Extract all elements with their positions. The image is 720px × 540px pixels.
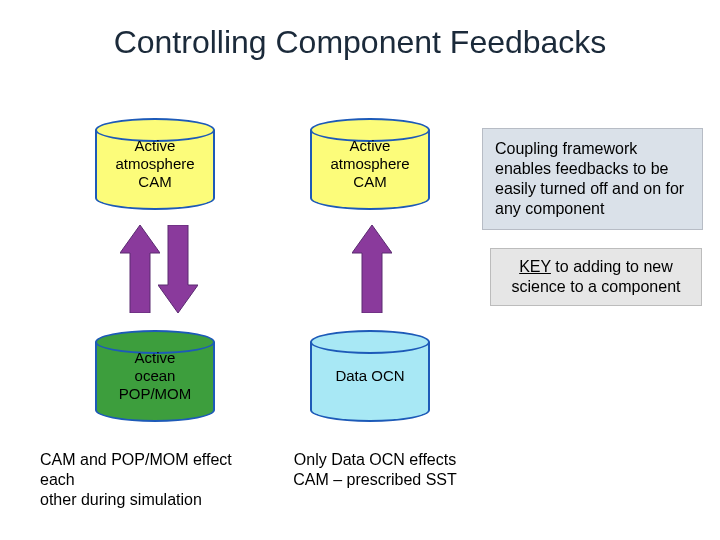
key-box: KEY to adding to new science to a compon… [490, 248, 702, 306]
coupling-description-box: Coupling framework enables feedbacks to … [482, 128, 703, 230]
cylinder-label: Active atmosphere CAM [304, 137, 436, 191]
cylinder-active-ocean: Active ocean POP/MOM [95, 330, 215, 422]
coupling-description-text: Coupling framework enables feedbacks to … [495, 140, 684, 217]
key-prefix: KEY [519, 258, 551, 275]
cylinder-data-ocean: Data OCN [310, 330, 430, 422]
arrow-up-icon [120, 225, 160, 313]
svg-marker-2 [352, 225, 392, 313]
cylinder-label: Data OCN [304, 367, 436, 385]
svg-marker-1 [158, 225, 198, 313]
page-title: Controlling Component Feedbacks [0, 24, 720, 61]
cylinder-label: Active atmosphere CAM [89, 137, 221, 191]
cylinder-active-atmosphere-right: Active atmosphere CAM [310, 118, 430, 210]
caption-left: CAM and POP/MOM effect each other during… [40, 450, 270, 510]
arrow-up-icon [352, 225, 392, 313]
arrow-down-icon [158, 225, 198, 313]
caption-right: Only Data OCN effects CAM – prescribed S… [280, 450, 470, 490]
svg-marker-0 [120, 225, 160, 313]
cylinder-label: Active ocean POP/MOM [89, 349, 221, 403]
cylinder-active-atmosphere-left: Active atmosphere CAM [95, 118, 215, 210]
